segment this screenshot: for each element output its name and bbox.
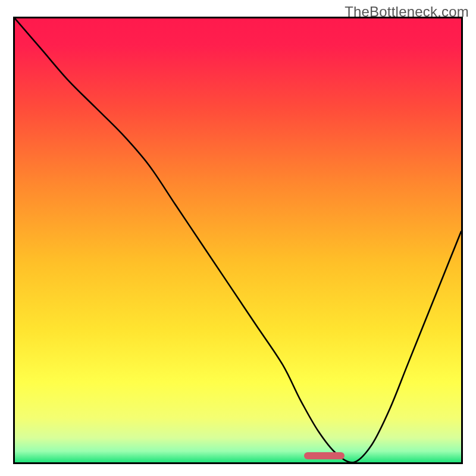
watermark-label: TheBottleneck.com: [345, 4, 469, 20]
flat-min-marker: [304, 452, 345, 459]
bottleneck-curve: [15, 18, 461, 462]
chart-canvas: TheBottleneck.com: [0, 0, 476, 476]
plot-frame: [13, 17, 463, 464]
